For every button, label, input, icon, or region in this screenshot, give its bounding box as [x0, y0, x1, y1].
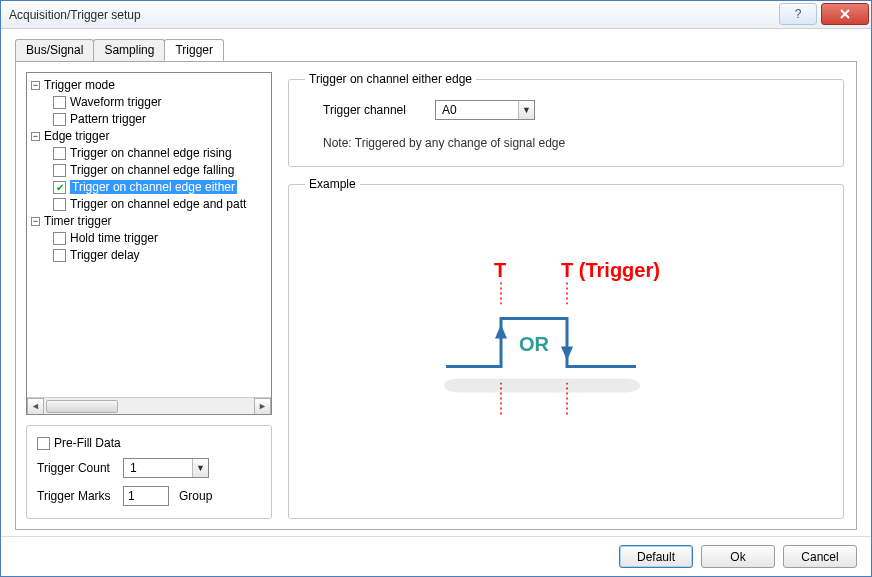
- checkbox-checked[interactable]: ✔: [53, 181, 66, 194]
- trigger-channel-row: Trigger channel A0 ▼: [305, 100, 827, 120]
- tab-label: Sampling: [104, 43, 154, 57]
- close-icon: [839, 8, 851, 20]
- trigger-channel-value: A0: [436, 103, 518, 117]
- tree-leaf-pattern-trigger[interactable]: Pattern trigger: [31, 111, 271, 128]
- right-column: Trigger on channel either edge Trigger c…: [286, 72, 846, 519]
- default-button[interactable]: Default: [619, 545, 693, 568]
- trigger-count-row: Trigger Count 1 ▼: [37, 458, 261, 478]
- dialog-footer: Default Ok Cancel: [1, 536, 871, 576]
- prefill-row: Pre-Fill Data: [37, 436, 261, 450]
- checkbox[interactable]: [53, 249, 66, 262]
- trigger-tree[interactable]: −Trigger mode Waveform trigger Pattern t…: [26, 72, 272, 415]
- collapse-icon[interactable]: −: [31, 132, 40, 141]
- svg-rect-3: [444, 379, 640, 393]
- close-button[interactable]: [821, 3, 869, 25]
- tree-horizontal-scrollbar[interactable]: ◄ ►: [27, 397, 271, 414]
- trigger-options-panel: Pre-Fill Data Trigger Count 1 ▼ Trigger …: [26, 425, 272, 519]
- tree-leaf-hold-time[interactable]: Hold time trigger: [31, 230, 271, 247]
- content-area: Bus/Signal Sampling Trigger −Trigger mod…: [1, 29, 871, 536]
- tree-node-edge-trigger[interactable]: −Edge trigger: [31, 128, 271, 145]
- checkbox[interactable]: [53, 147, 66, 160]
- checkbox[interactable]: [53, 96, 66, 109]
- tab-label: Trigger: [175, 43, 213, 57]
- chevron-down-icon[interactable]: ▼: [192, 459, 208, 477]
- tab-body: −Trigger mode Waveform trigger Pattern t…: [15, 61, 857, 530]
- trigger-marks-label: Trigger Marks: [37, 489, 123, 503]
- trigger-marks-input[interactable]: [123, 486, 169, 506]
- tree-leaf-trigger-delay[interactable]: Trigger delay: [31, 247, 271, 264]
- trigger-settings-title: Trigger on channel either edge: [305, 72, 476, 86]
- collapse-icon[interactable]: −: [31, 81, 40, 90]
- titlebar-buttons: ?: [779, 1, 871, 28]
- tree-leaf-edge-and-patt[interactable]: Trigger on channel edge and patt: [31, 196, 271, 213]
- tab-sampling[interactable]: Sampling: [93, 39, 165, 61]
- diagram-label-t2: T (Trigger): [561, 259, 660, 281]
- trigger-count-combo[interactable]: 1 ▼: [123, 458, 209, 478]
- collapse-icon[interactable]: −: [31, 217, 40, 226]
- prefill-checkbox[interactable]: [37, 437, 50, 450]
- tree-leaf-waveform-trigger[interactable]: Waveform trigger: [31, 94, 271, 111]
- checkbox[interactable]: [53, 164, 66, 177]
- tab-bus-signal[interactable]: Bus/Signal: [15, 39, 94, 61]
- tabs: Bus/Signal Sampling Trigger: [15, 39, 857, 61]
- chevron-down-icon[interactable]: ▼: [518, 101, 534, 119]
- trigger-channel-label: Trigger channel: [305, 103, 435, 117]
- ok-button[interactable]: Ok: [701, 545, 775, 568]
- window-title: Acquisition/Trigger setup: [9, 8, 779, 22]
- scroll-track[interactable]: [44, 398, 254, 415]
- help-button[interactable]: ?: [779, 3, 817, 25]
- checkbox[interactable]: [53, 232, 66, 245]
- scroll-thumb[interactable]: [46, 400, 118, 413]
- scroll-left-icon[interactable]: ◄: [27, 398, 44, 415]
- prefill-label: Pre-Fill Data: [54, 436, 121, 450]
- tree-node-timer-trigger[interactable]: −Timer trigger: [31, 213, 271, 230]
- tree-leaf-edge-rising[interactable]: Trigger on channel edge rising: [31, 145, 271, 162]
- tree-leaf-edge-either[interactable]: ✔Trigger on channel edge either: [31, 179, 271, 196]
- dialog-window: Acquisition/Trigger setup ? Bus/Signal S…: [0, 0, 872, 577]
- example-group: Example T T (Trigger): [288, 177, 844, 519]
- cancel-button[interactable]: Cancel: [783, 545, 857, 568]
- trigger-channel-combo[interactable]: A0 ▼: [435, 100, 535, 120]
- trigger-settings-group: Trigger on channel either edge Trigger c…: [288, 72, 844, 167]
- scroll-right-icon[interactable]: ►: [254, 398, 271, 415]
- trigger-count-label: Trigger Count: [37, 461, 123, 475]
- diagram-label-t1: T: [494, 259, 506, 281]
- checkbox[interactable]: [53, 113, 66, 126]
- trigger-note: Note: Triggered by any change of signal …: [305, 136, 827, 150]
- tab-label: Bus/Signal: [26, 43, 83, 57]
- example-title: Example: [305, 177, 360, 191]
- diagram-or-label: OR: [519, 333, 550, 355]
- tree-node-trigger-mode[interactable]: −Trigger mode: [31, 77, 271, 94]
- trigger-count-value: 1: [124, 461, 192, 475]
- titlebar: Acquisition/Trigger setup ?: [1, 1, 871, 29]
- trigger-marks-suffix: Group: [179, 489, 212, 503]
- tree-leaf-edge-falling[interactable]: Trigger on channel edge falling: [31, 162, 271, 179]
- trigger-marks-row: Trigger Marks Group: [37, 486, 261, 506]
- checkbox[interactable]: [53, 198, 66, 211]
- left-column: −Trigger mode Waveform trigger Pattern t…: [26, 72, 272, 519]
- tab-trigger[interactable]: Trigger: [164, 39, 224, 61]
- example-diagram: T T (Trigger): [436, 255, 696, 428]
